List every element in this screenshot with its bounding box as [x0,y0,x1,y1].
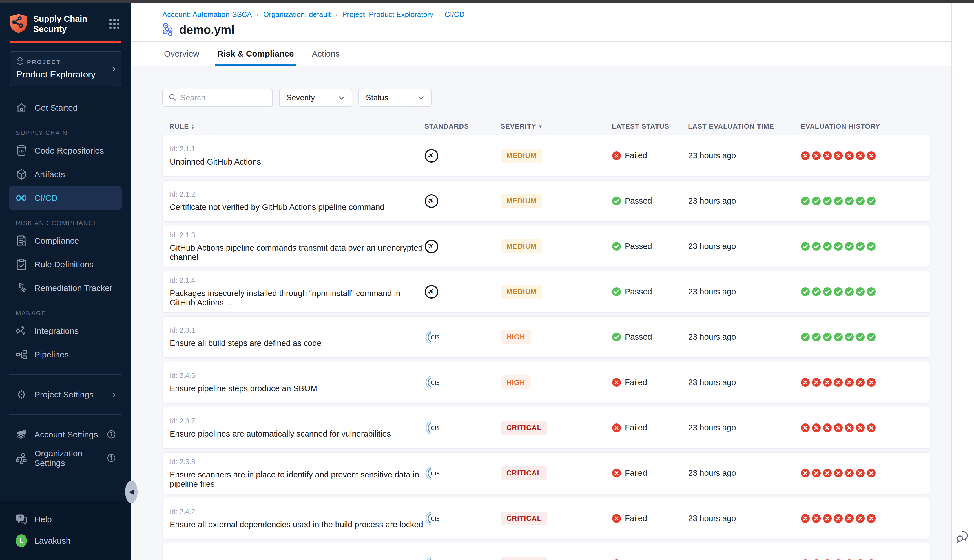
sidebar-item-pipelines[interactable]: Pipelines [9,343,122,367]
latest-status-cell: Failed [612,151,688,160]
sidebar-item-label: Account Settings [34,430,98,440]
column-header-latest-status: LATEST STATUS [612,123,688,130]
column-label: LAST EVALUATION TIME [688,123,774,130]
sidebar-item-user[interactable]: L Lavakush [9,530,122,552]
sidebar-item-code-repositories[interactable]: </>Code Repositories [9,139,122,163]
passed-icon [856,287,865,296]
table-row[interactable]: Id: 2.1.3GitHub Actions pipeline command… [162,226,930,267]
sort-icon[interactable]: ▴▾ [192,124,194,129]
severity-cell: MEDIUM [501,285,612,298]
search-input[interactable] [180,93,267,102]
passed-icon [812,242,821,251]
cicd-icon [16,194,27,202]
standards-cell: CIS [425,330,501,345]
failed-icon [834,378,843,387]
rule-name: Ensure pipelines are automatically scann… [170,429,425,438]
code-repositories-icon: </> [16,145,27,156]
table-row[interactable]: Id: 2.4.2Ensure all external dependencie… [162,498,930,539]
feedback-chat-icon[interactable] [956,531,970,544]
status-label: Failed [625,423,647,432]
rule-cell: Id: 2.1.3GitHub Actions pipeline command… [163,231,425,262]
sort-desc-icon[interactable]: ▾ [539,123,542,130]
pipelines-icon [16,350,27,360]
rule-cell: Id: 2.3.7Ensure pipelines are automatica… [163,417,425,438]
svg-text:CIS: CIS [431,380,439,386]
tab-actions[interactable]: Actions [311,42,341,66]
chevron-down-icon [418,93,424,102]
table-row[interactable]: Id: 2.4.6Ensure pipeline steps produce a… [162,362,930,403]
passed-icon [867,287,876,296]
svg-text:CIS: CIS [431,516,439,522]
owasp-standard-icon: ✈ [425,194,438,208]
failed-icon [845,423,854,432]
cis-standard-icon: CIS [425,420,439,435]
rule-id: Id: 2.1.4 [170,276,425,285]
rule-id: Id: 2.3.1 [170,326,425,334]
owasp-standard-icon: ✈ [425,149,438,163]
project-selector[interactable]: PROJECT Product Exploratory › [10,51,121,87]
severity-filter-dropdown[interactable]: Severity [279,89,352,107]
table-row[interactable]: Id: 2.1.2Certificate not verified by Git… [162,180,930,222]
page-title: demo.yml [179,23,235,37]
breadcrumb-link-1[interactable]: Organization: default [263,10,331,19]
search-box[interactable] [162,89,273,107]
passed-icon [812,197,821,205]
sidebar-item-get-started[interactable]: Get Started [9,96,122,120]
nav-section-risk-and-compliance: RISK AND COMPLIANCE [16,220,131,227]
standards-cell: CIS [425,466,501,480]
sidebar-item-rule-definitions[interactable]: Rule Definitions [9,253,122,276]
severity-cell: HIGH [501,330,612,344]
table-row[interactable]: Id: 3.1.7CISCRITICALFailed23 hours ago [162,543,930,560]
status-label: Passed [625,287,652,296]
sidebar-item-compliance[interactable]: Compliance [9,229,122,253]
sidebar-item-ci-cd[interactable]: CI/CD [9,186,122,210]
sidebar-item-label: CI/CD [34,193,57,203]
sidebar-item-help[interactable]: ? Help [9,509,122,530]
severity-cell: CRITICAL [501,466,612,480]
passed-icon [823,333,832,342]
column-header-severity[interactable]: SEVERITY▾ [500,123,612,130]
tab-risk-compliance[interactable]: Risk & Compliance [216,42,295,66]
status-label: Passed [625,242,652,251]
avatar: L [16,534,27,547]
failed-icon [834,514,843,523]
rule-id: Id: 2.1.2 [170,190,425,198]
passed-icon [812,333,821,342]
info-icon [107,453,115,464]
sidebar-item-artifacts[interactable]: Artifacts [9,163,122,186]
column-header-standards[interactable]: STANDARDS [424,123,500,130]
sidebar-item-integrations[interactable]: Integrations [9,319,122,343]
failed-icon [801,469,810,477]
sidebar-item-organization-settings[interactable]: Organization Settings [9,447,122,470]
home-icon [16,103,27,113]
sidebar-item-account-settings[interactable]: Account Settings [9,423,122,447]
breadcrumb-link-0[interactable]: Account: Automation-SSCA [162,10,252,19]
status-label: Failed [625,151,647,160]
column-header-rule[interactable]: RULE▴▾ [162,123,424,130]
last-evaluation-time-cell: 23 hours ago [688,151,801,160]
tab-overview[interactable]: Overview [163,42,200,66]
failed-icon [845,378,854,387]
rule-cell: Id: 2.1.1Unpinned GitHub Actions [163,145,425,167]
sidebar: Supply Chain Security PROJECT Product Ex… [0,3,131,560]
sidebar-item-remediation-tracker[interactable]: Remediation Tracker [9,276,122,300]
sidebar-item-project-settings[interactable]: ⚙Project Settings› [9,383,122,407]
table-row[interactable]: Id: 2.3.8Ensure scanners are in place to… [162,452,930,494]
severity-badge: MEDIUM [501,240,542,253]
failed-icon [856,151,865,160]
cis-standard-icon: CIS [425,330,439,345]
breadcrumb-link-3[interactable]: CI/CD [445,10,465,19]
sidebar-collapse-handle[interactable]: ◀ [125,480,138,503]
failed-icon [612,423,621,432]
severity-badge: HIGH [501,330,531,344]
passed-icon [834,287,843,296]
table-row[interactable]: Id: 2.3.7Ensure pipelines are automatica… [162,407,930,448]
table-row[interactable]: Id: 2.1.1Unpinned GitHub Actions✈MEDIUMF… [162,135,930,176]
table-row[interactable]: Id: 2.3.1Ensure all build steps are defi… [162,316,930,358]
failed-icon [823,514,832,523]
breadcrumb-link-2[interactable]: Project: Product Exploratory [342,10,434,19]
table-row[interactable]: Id: 2.1.4Packages insecurely installed t… [162,271,930,312]
standards-cell: CIS [425,557,501,560]
status-filter-dropdown[interactable]: Status [359,89,432,107]
module-grid-icon[interactable] [109,19,120,29]
